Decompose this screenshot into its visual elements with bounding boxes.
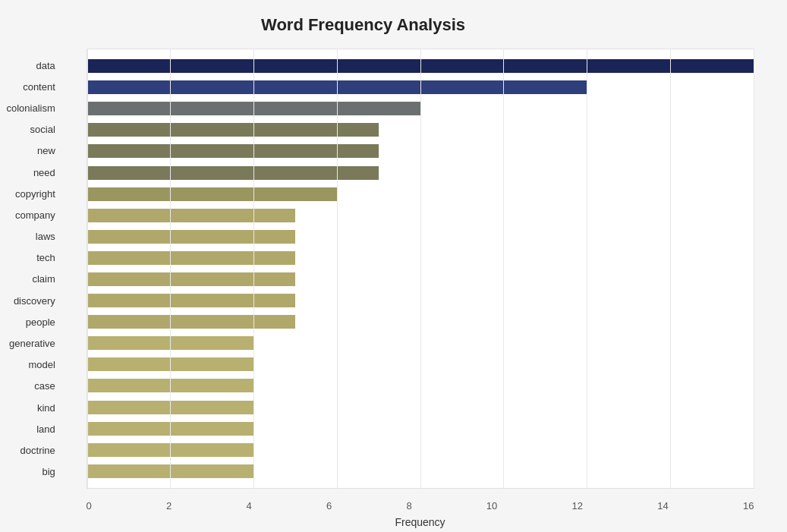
y-label: laws [7, 228, 55, 245]
y-label: generative [7, 335, 55, 352]
y-label: new [7, 143, 55, 159]
x-tick-label: 6 [326, 500, 332, 512]
x-tick-label: 12 [572, 500, 583, 512]
x-axis-labels: 0246810121416 [87, 500, 754, 512]
x-tick-label: 4 [246, 500, 251, 512]
chart-container: Word Frequency Analysis datacontentcolon… [0, 0, 787, 532]
y-label: big [7, 464, 55, 480]
bar [87, 144, 379, 158]
y-label: land [7, 420, 55, 437]
x-tick-label: 10 [486, 500, 497, 512]
y-label: company [7, 206, 55, 223]
y-label: claim [7, 271, 55, 288]
y-axis-labels: datacontentcolonialismsocialnewneedcopyr… [7, 49, 55, 489]
y-label: model [7, 357, 55, 373]
grid-line [754, 49, 754, 488]
bar [87, 230, 295, 244]
x-tick-label: 14 [657, 500, 668, 512]
bar [87, 294, 295, 307]
y-label: data [7, 57, 55, 74]
y-label: kind [7, 399, 55, 416]
y-label: discovery [7, 292, 55, 309]
chart-title: Word Frequency Analysis [0, 15, 757, 35]
bar [87, 272, 295, 286]
y-label: copyright [7, 185, 55, 202]
y-label: doctrine [7, 442, 55, 458]
y-label: social [7, 121, 55, 138]
x-tick-label: 16 [743, 500, 754, 512]
x-axis-title: Frequency [87, 516, 754, 528]
bar [87, 123, 379, 137]
bar [87, 315, 295, 329]
x-tick-label: 0 [87, 500, 92, 512]
bars-section [87, 49, 754, 489]
grid-line [587, 49, 587, 488]
grid-line [170, 49, 171, 488]
y-label: people [7, 313, 55, 330]
bar [87, 209, 295, 222]
chart-area: datacontentcolonialismsocialnewneedcopyr… [87, 49, 754, 527]
y-label: tech [7, 250, 55, 266]
grid-line [253, 49, 254, 488]
grid-line [420, 49, 421, 488]
bar [87, 166, 379, 180]
grid-line [337, 49, 338, 488]
grid-line [670, 49, 671, 488]
x-tick-label: 8 [406, 500, 411, 512]
bar [87, 251, 295, 265]
y-label: case [7, 378, 55, 395]
bar [87, 187, 337, 201]
grid-line [87, 49, 88, 488]
x-tick-label: 2 [166, 500, 172, 512]
y-label: colonialism [7, 99, 55, 116]
y-label: need [7, 164, 55, 181]
y-label: content [7, 78, 55, 95]
grid-line [503, 49, 504, 488]
